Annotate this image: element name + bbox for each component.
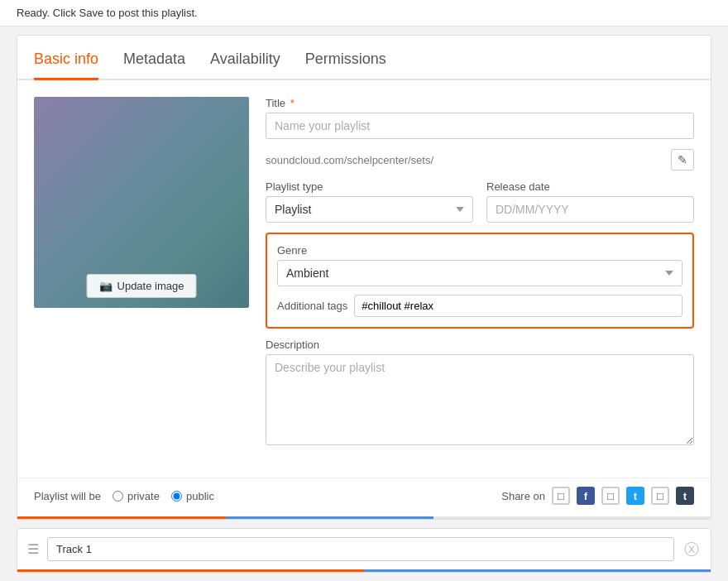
track-row: ☰ ⓧ	[17, 529, 711, 569]
tags-input[interactable]	[354, 295, 682, 317]
public-radio[interactable]	[171, 491, 182, 502]
tab-permissions[interactable]: Permissions	[305, 36, 386, 80]
share-on-label: Share on	[501, 490, 545, 502]
release-date-label: Release date	[486, 180, 694, 193]
tab-availability[interactable]: Availability	[210, 36, 280, 80]
private-radio[interactable]	[113, 491, 123, 502]
release-date-col: Release date	[486, 180, 694, 223]
title-input[interactable]	[266, 113, 694, 139]
privacy-row: Playlist will be private public	[34, 490, 214, 502]
main-container: Basic info Metadata Availability Permiss…	[17, 35, 711, 520]
playlist-type-select[interactable]: Playlist EP Album	[266, 196, 473, 223]
url-row: soundcloud.com/schelpcenter/sets/ ✎	[266, 149, 694, 170]
description-textarea[interactable]	[266, 354, 694, 445]
type-date-row: Playlist type Playlist EP Album Release …	[266, 180, 694, 223]
tags-label: Additional tags	[277, 300, 347, 312]
share-row: Share on □ f □ t □ t	[501, 487, 694, 505]
status-message: Ready. Click Save to post this playlist.	[17, 7, 198, 19]
facebook-icon[interactable]: f	[577, 487, 595, 505]
tumblr-checkbox[interactable]: □	[651, 487, 669, 505]
private-text: private	[127, 490, 160, 502]
top-bar: Ready. Click Save to post this playlist.	[0, 0, 728, 26]
private-label[interactable]: private	[113, 490, 160, 502]
tumblr-icon[interactable]: t	[676, 487, 694, 505]
bottom-controls: Playlist will be private public Share on…	[17, 478, 711, 516]
genre-select[interactable]: Ambient Classical Electronic Hip Hop Jaz…	[277, 260, 682, 286]
content-area: 📷 Update image Title * soundcloud.com/sc…	[17, 80, 711, 474]
track-remove-button[interactable]: ⓧ	[682, 540, 701, 559]
twitter-icon[interactable]: t	[626, 487, 644, 505]
progress-bar	[17, 516, 711, 519]
required-asterisk: *	[287, 97, 295, 109]
twitter-checkbox[interactable]: □	[601, 487, 620, 505]
release-date-input[interactable]	[486, 196, 694, 223]
camera-icon: 📷	[99, 280, 113, 292]
public-text: public	[186, 490, 214, 502]
public-label[interactable]: public	[171, 490, 214, 502]
track-input[interactable]	[47, 537, 674, 561]
update-image-label: Update image	[117, 280, 184, 292]
title-label: Title *	[266, 97, 694, 109]
playlist-type-label: Playlist type	[266, 180, 473, 193]
playlist-type-col: Playlist type Playlist EP Album	[266, 180, 473, 223]
tab-metadata[interactable]: Metadata	[123, 36, 185, 80]
progress-bar-fill	[17, 516, 433, 519]
track-handle-icon[interactable]: ☰	[27, 541, 39, 557]
description-row: Description	[266, 339, 694, 448]
genre-label: Genre	[277, 244, 682, 257]
edit-url-button[interactable]: ✎	[671, 149, 694, 170]
update-image-button[interactable]: 📷 Update image	[87, 274, 197, 298]
tab-basic-info[interactable]: Basic info	[34, 36, 98, 80]
genre-row: Genre Ambient Classical Electronic Hip H…	[277, 244, 682, 286]
facebook-checkbox[interactable]: □	[552, 487, 570, 505]
tags-row: Additional tags	[277, 295, 682, 317]
image-panel: 📷 Update image	[34, 97, 249, 308]
tabs-bar: Basic info Metadata Availability Permiss…	[17, 36, 711, 80]
playlist-will-be-label: Playlist will be	[34, 490, 101, 502]
title-row: Title *	[266, 97, 694, 139]
form-panel: Title * soundcloud.com/schelpcenter/sets…	[266, 97, 694, 458]
track-area: ☰ ⓧ	[17, 528, 711, 573]
description-label: Description	[266, 339, 694, 351]
genre-tags-box: Genre Ambient Classical Electronic Hip H…	[266, 233, 694, 329]
url-text: soundcloud.com/schelpcenter/sets/	[266, 154, 664, 166]
track-bottom-bar	[17, 569, 711, 572]
